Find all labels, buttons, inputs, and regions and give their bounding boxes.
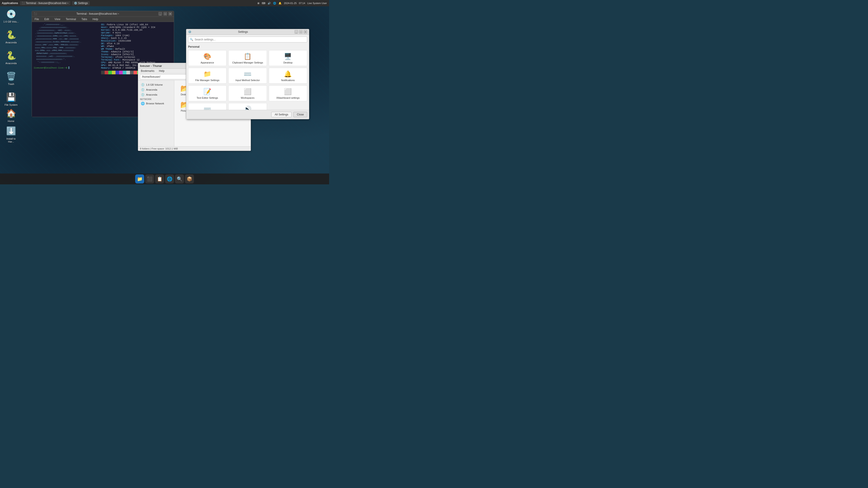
settings-minimize-btn[interactable]: _ — [294, 30, 298, 34]
thunar-sidebar: 💿 1.6 GB Volume 💿 Anaconda 💿 Anaconda Ne… — [138, 80, 174, 147]
volume-sidebar-label: 1.6 GB Volume — [146, 84, 163, 86]
time: 07:14 — [299, 2, 305, 4]
settings-item-notifications[interactable]: 🔔 Notifications — [269, 68, 307, 84]
terminal-menu-edit[interactable]: Edit — [43, 17, 50, 21]
sidebar-item-anaconda1[interactable]: 💿 Anaconda — [139, 87, 173, 92]
settings-taskbar-label: Settings — [78, 2, 88, 5]
workspaces-label: Workspaces — [241, 96, 254, 99]
settings-title: Settings — [192, 30, 293, 33]
settings-item-appearance[interactable]: 🎨 Appearance — [188, 50, 226, 66]
dock-filemanager2[interactable]: 📋 — [155, 174, 164, 184]
trash-icon-img: 🗑️ — [6, 71, 17, 82]
taskbar-left: Applications ⬛ Terminal - liveuser@local… — [0, 1, 92, 5]
desktop-icon-anaconda1[interactable]: 🐍 Anaconda — [3, 29, 19, 44]
thunar-menu-bookmarks[interactable]: Bookmarks — [140, 69, 155, 73]
terminal-minimize-btn[interactable]: _ — [158, 12, 162, 15]
clipboard-icon: 📋 — [243, 52, 252, 60]
filemanager-icon: 📁 — [203, 70, 211, 78]
settings-maximize-btn[interactable]: □ — [299, 30, 303, 34]
taskbar-top: Applications ⬛ Terminal - liveuser@local… — [0, 0, 329, 6]
settings-item-clipboard[interactable]: 📋 Clipboard Manager Settings — [228, 50, 267, 66]
dock-browser[interactable]: 🌐 — [165, 174, 174, 184]
settings-item-keyboard[interactable]: ⌨️ Keyboard — [188, 103, 226, 110]
desktop-icon-anaconda2[interactable]: 🐍 Anaconda — [3, 50, 19, 65]
settings-item-inputmethod[interactable]: ⌨️ Input Method Selector — [228, 68, 267, 84]
dock-files[interactable]: 📁 — [135, 174, 144, 184]
network-section-title: Network — [139, 97, 173, 101]
appearance-icon: 🎨 — [203, 52, 211, 60]
settings-personal-label: Personal — [188, 45, 307, 48]
close-settings-btn[interactable]: Close — [293, 112, 307, 117]
taskbar-right: 🖥 ⌨ 🔊 🌐 🔔 2024-01-25 07:14 Live System U… — [255, 2, 329, 5]
dock-apps[interactable]: 📦 — [185, 174, 194, 184]
thunar-title-label: liveuser - Thunar — [140, 64, 162, 68]
settings-search: 🔍 — [188, 37, 307, 42]
desktop-icon-home[interactable]: 🏠 Home — [3, 108, 19, 123]
terminal-menu-file[interactable]: File — [34, 17, 40, 21]
terminal-menu-view[interactable]: View — [54, 17, 61, 21]
settings-item-xfdashboard[interactable]: ⬜ Xfdashboard settings — [269, 86, 307, 101]
settings-titlebar: ⚙️ Settings _ □ ✕ — [186, 29, 309, 35]
notifications-label: Notifications — [281, 79, 295, 82]
home-icon-img: 🏠 — [6, 108, 17, 119]
terminal-title: Terminal - liveuser@localhost-live:~ — [38, 12, 157, 15]
sidebar-item-anaconda2[interactable]: 💿 Anaconda — [139, 92, 173, 97]
sidebar-item-volume[interactable]: 💿 1.6 GB Volume — [139, 82, 173, 87]
anaconda1-icon-img: 🐍 — [6, 29, 17, 40]
settings-item-workspaces[interactable]: ⬜ Workspaces — [228, 86, 267, 101]
applications-menu[interactable]: Applications — [2, 2, 18, 5]
settings-item-filemanager[interactable]: 📁 File Manager Settings — [188, 68, 226, 84]
thunar-menu-help[interactable]: Help — [158, 69, 165, 73]
all-settings-label: All Settings — [275, 113, 288, 116]
install-icon-label: Install to Har... — [3, 137, 19, 143]
keyboard-settings-icon: ⌨️ — [203, 105, 211, 110]
settings-close-btn[interactable]: ✕ — [304, 30, 307, 34]
volume-sidebar-icon: 💿 — [141, 83, 145, 87]
terminal-maximize-btn[interactable]: □ — [163, 12, 167, 15]
network-icon: 🌐 — [273, 2, 276, 5]
sidebar-item-browse-network[interactable]: 🌐 Browse Network — [139, 101, 173, 106]
desktop-icon-volume[interactable]: 💿 1.6 GB Volu... — [3, 8, 19, 23]
desktop-settings-label: Desktop — [283, 61, 292, 64]
clipboard-label: Clipboard Manager Settings — [232, 61, 263, 64]
anaconda2-sidebar-icon: 💿 — [141, 93, 145, 96]
terminal-window-icon: ⬛ — [34, 12, 37, 15]
settings-search-input[interactable] — [188, 37, 307, 42]
inputmethod-label: Input Method Selector — [236, 79, 260, 82]
filesystem-icon-img: 💾 — [6, 92, 17, 103]
volume-icon: 🔊 — [268, 2, 271, 5]
settings-item-desktop[interactable]: 🖥️ Desktop — [269, 50, 307, 66]
anaconda2-sidebar-label: Anaconda — [146, 93, 157, 96]
settings-window: ⚙️ Settings _ □ ✕ 🔍 Personal 🎨 Appearanc… — [186, 29, 309, 119]
dock-terminal[interactable]: ⬛ — [145, 174, 154, 184]
terminal-taskbar-label: Terminal - liveuser@localhost-live:~ — [26, 2, 68, 5]
desktop-settings-icon: 🖥️ — [284, 52, 292, 60]
home-icon-label: Home — [8, 120, 14, 123]
notification-icon: 🔔 — [278, 2, 282, 5]
terminal-menubar: File Edit View Terminal Tabs Help — [32, 17, 174, 22]
volume-icon-img: 💿 — [6, 8, 17, 20]
trash-icon-label: Trash — [8, 83, 14, 86]
all-settings-btn[interactable]: All Settings — [271, 112, 291, 117]
terminal-taskbar-btn[interactable]: ⬛ Terminal - liveuser@localhost-live:~ — [20, 1, 70, 5]
taskbar-bottom: 📁 ⬛ 📋 🌐 🔍 📦 — [0, 173, 329, 184]
terminal-menu-tabs[interactable]: Tabs — [81, 17, 88, 21]
volume-icon-label: 1.6 GB Volu... — [3, 20, 19, 23]
desktop-icon-trash[interactable]: 🗑️ Trash — [3, 71, 19, 86]
pulseaudio-icon: 🔊 — [243, 105, 252, 110]
browse-network-icon: 🌐 — [141, 102, 145, 105]
filesystem-icon-label: File System — [4, 103, 18, 106]
terminal-art: .';cccccccccc:,,. .;ccccccccccccccccccc;… — [34, 23, 99, 116]
terminal-menu-help[interactable]: Help — [92, 17, 99, 21]
terminal-menu-terminal[interactable]: Terminal — [65, 17, 77, 21]
desktop-icon-filesystem[interactable]: 💾 File System — [3, 92, 19, 106]
search-icon: 🔍 — [190, 38, 193, 41]
dock-search[interactable]: 🔍 — [175, 174, 184, 184]
settings-item-pulseaudio[interactable]: 🔊 PulseAudio Volume — [228, 103, 267, 110]
anaconda2-icon-img: 🐍 — [6, 50, 17, 61]
desktop-icon-install[interactable]: ⬇️ Install to Har... — [3, 126, 19, 143]
anaconda1-sidebar-label: Anaconda — [146, 88, 157, 91]
settings-item-texteditor[interactable]: 📝 Text Editor Settings — [188, 86, 226, 101]
settings-taskbar-btn[interactable]: ⚙️ Settings — [72, 1, 90, 5]
terminal-close-btn[interactable]: ✕ — [168, 12, 172, 15]
